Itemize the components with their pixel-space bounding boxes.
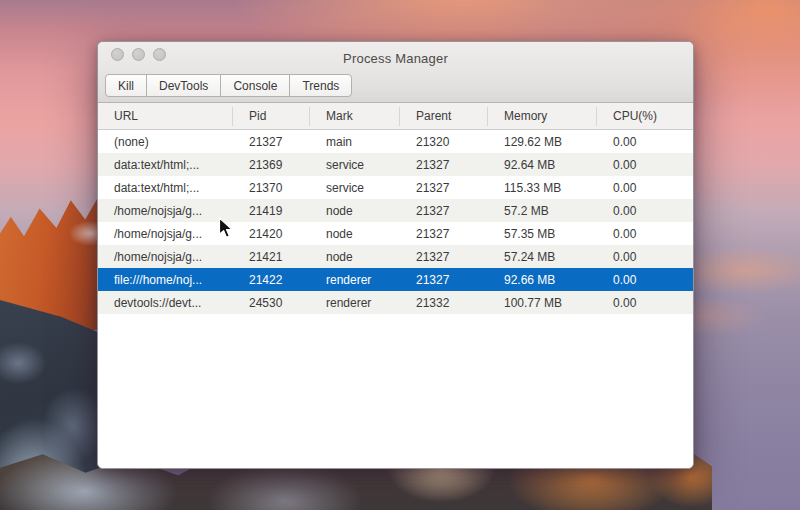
cell-memory: 129.62 MB [488, 135, 597, 149]
cell-parent: 21327 [400, 158, 488, 172]
cell-pid: 21422 [233, 273, 310, 287]
cell-parent: 21320 [400, 135, 488, 149]
cell-memory: 115.33 MB [488, 181, 597, 195]
table-row[interactable]: file:///home/noj...21422renderer2132792.… [98, 268, 693, 291]
cell-parent: 21327 [400, 273, 488, 287]
cell-url: data:text/html;... [98, 158, 233, 172]
titlebar[interactable]: Process Manager [98, 42, 693, 74]
cell-cpu: 0.00 [597, 250, 693, 264]
table-row[interactable]: data:text/html;...21370service21327115.3… [98, 176, 693, 199]
table-row[interactable]: devtools://devt...24530renderer21332100.… [98, 291, 693, 314]
minimize-button[interactable] [132, 48, 145, 61]
cell-parent: 21332 [400, 296, 488, 310]
cell-url: data:text/html;... [98, 181, 233, 195]
cell-mark: renderer [310, 296, 400, 310]
cell-url: devtools://devt... [98, 296, 233, 310]
cell-parent: 21327 [400, 227, 488, 241]
table-row[interactable]: /home/nojsja/g...21419node2132757.2 MB0.… [98, 199, 693, 222]
cell-memory: 57.2 MB [488, 204, 597, 218]
console-button[interactable]: Console [220, 74, 290, 97]
table-row[interactable]: /home/nojsja/g...21420node2132757.35 MB0… [98, 222, 693, 245]
cell-cpu: 0.00 [597, 181, 693, 195]
cell-memory: 57.35 MB [488, 227, 597, 241]
cell-cpu: 0.00 [597, 204, 693, 218]
cell-pid: 21420 [233, 227, 310, 241]
table-row[interactable]: data:text/html;...21369service2132792.64… [98, 153, 693, 176]
cell-cpu: 0.00 [597, 227, 693, 241]
cell-mark: node [310, 250, 400, 264]
process-table: URL Pid Mark Parent Memory CPU(%) (none)… [98, 103, 693, 468]
cell-mark: main [310, 135, 400, 149]
column-header-cpu[interactable]: CPU(%) [597, 107, 693, 126]
cell-url: (none) [98, 135, 233, 149]
cell-parent: 21327 [400, 181, 488, 195]
column-header-parent[interactable]: Parent [400, 107, 488, 126]
zoom-button[interactable] [153, 48, 166, 61]
column-header-mark[interactable]: Mark [310, 107, 400, 126]
cell-url: /home/nojsja/g... [98, 204, 233, 218]
cell-mark: node [310, 227, 400, 241]
cell-pid: 21419 [233, 204, 310, 218]
cell-memory: 92.64 MB [488, 158, 597, 172]
kill-button[interactable]: Kill [105, 74, 147, 97]
column-header-url[interactable]: URL [98, 107, 233, 126]
cell-memory: 92.66 MB [488, 273, 597, 287]
cell-parent: 21327 [400, 250, 488, 264]
window-title: Process Manager [343, 51, 448, 66]
cell-url: /home/nojsja/g... [98, 250, 233, 264]
cell-pid: 21370 [233, 181, 310, 195]
toolbar-button-group: Kill DevTools Console Trends [105, 74, 352, 97]
cell-parent: 21327 [400, 204, 488, 218]
cell-mark: renderer [310, 273, 400, 287]
cell-memory: 100.77 MB [488, 296, 597, 310]
cell-cpu: 0.00 [597, 273, 693, 287]
cell-url: file:///home/noj... [98, 273, 233, 287]
cell-cpu: 0.00 [597, 158, 693, 172]
cell-mark: service [310, 158, 400, 172]
toolbar: Kill DevTools Console Trends [98, 74, 693, 102]
table-row[interactable]: (none)21327main21320129.62 MB0.00 [98, 130, 693, 153]
traffic-lights [111, 48, 166, 61]
table-header: URL Pid Mark Parent Memory CPU(%) [98, 103, 693, 130]
cell-pid: 21421 [233, 250, 310, 264]
column-header-memory[interactable]: Memory [488, 107, 597, 126]
window-chrome: Process Manager Kill DevTools Console Tr… [98, 42, 693, 103]
process-manager-window: Process Manager Kill DevTools Console Tr… [97, 41, 694, 469]
cell-mark: node [310, 204, 400, 218]
cell-pid: 21327 [233, 135, 310, 149]
cell-cpu: 0.00 [597, 135, 693, 149]
column-header-pid[interactable]: Pid [233, 107, 310, 126]
table-body: (none)21327main21320129.62 MB0.00data:te… [98, 130, 693, 468]
cell-pid: 24530 [233, 296, 310, 310]
cell-cpu: 0.00 [597, 296, 693, 310]
cell-memory: 57.24 MB [488, 250, 597, 264]
close-button[interactable] [111, 48, 124, 61]
cell-pid: 21369 [233, 158, 310, 172]
cell-mark: service [310, 181, 400, 195]
trends-button[interactable]: Trends [289, 74, 352, 97]
cell-url: /home/nojsja/g... [98, 227, 233, 241]
table-row[interactable]: /home/nojsja/g...21421node2132757.24 MB0… [98, 245, 693, 268]
devtools-button[interactable]: DevTools [146, 74, 221, 97]
